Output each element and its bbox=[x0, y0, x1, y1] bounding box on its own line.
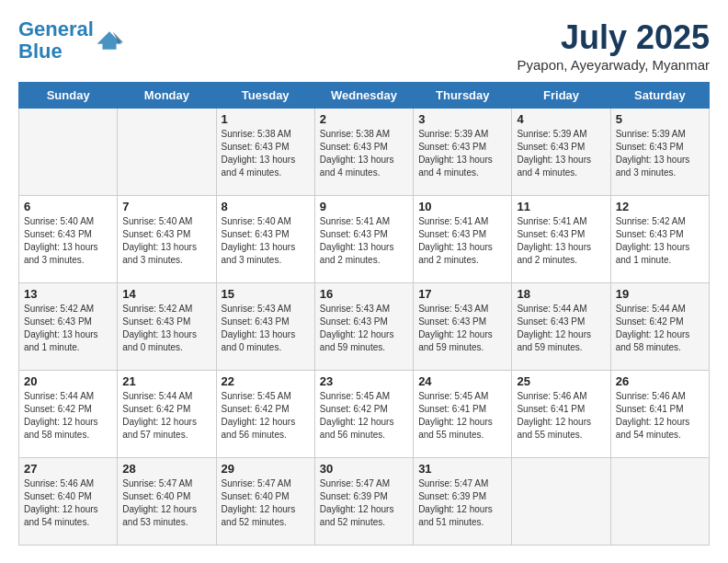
day-number: 19 bbox=[616, 287, 704, 301]
day-info: Sunrise: 5:41 AM Sunset: 6:43 PM Dayligh… bbox=[418, 215, 506, 267]
calendar-cell: 14Sunrise: 5:42 AM Sunset: 6:43 PM Dayli… bbox=[118, 283, 216, 371]
calendar-cell bbox=[19, 109, 118, 196]
week-row-3: 13Sunrise: 5:42 AM Sunset: 6:43 PM Dayli… bbox=[19, 283, 710, 371]
calendar-cell: 1Sunrise: 5:38 AM Sunset: 6:43 PM Daylig… bbox=[216, 109, 314, 196]
page-header: GeneralBlue July 2025 Pyapon, Ayeyarwady… bbox=[18, 18, 710, 73]
day-number: 16 bbox=[320, 287, 408, 301]
day-number: 9 bbox=[320, 200, 408, 213]
day-number: 12 bbox=[616, 200, 704, 213]
day-info: Sunrise: 5:39 AM Sunset: 6:43 PM Dayligh… bbox=[418, 128, 506, 179]
calendar-cell bbox=[118, 109, 216, 196]
day-number: 26 bbox=[616, 374, 704, 388]
day-info: Sunrise: 5:43 AM Sunset: 6:43 PM Dayligh… bbox=[222, 303, 310, 354]
day-info: Sunrise: 5:40 AM Sunset: 6:43 PM Dayligh… bbox=[24, 215, 112, 267]
day-number: 31 bbox=[418, 462, 506, 476]
day-info: Sunrise: 5:46 AM Sunset: 6:41 PM Dayligh… bbox=[616, 390, 704, 442]
calendar-cell: 21Sunrise: 5:44 AM Sunset: 6:42 PM Dayli… bbox=[118, 371, 216, 458]
day-number: 20 bbox=[24, 374, 112, 388]
day-info: Sunrise: 5:47 AM Sunset: 6:39 PM Dayligh… bbox=[418, 477, 506, 529]
day-number: 8 bbox=[222, 200, 310, 213]
day-number: 17 bbox=[418, 287, 506, 301]
calendar-cell: 13Sunrise: 5:42 AM Sunset: 6:43 PM Dayli… bbox=[19, 283, 118, 371]
day-info: Sunrise: 5:42 AM Sunset: 6:43 PM Dayligh… bbox=[122, 303, 210, 354]
day-info: Sunrise: 5:44 AM Sunset: 6:43 PM Dayligh… bbox=[517, 303, 605, 354]
day-info: Sunrise: 5:45 AM Sunset: 6:41 PM Dayligh… bbox=[418, 390, 506, 442]
header-cell-tuesday: Tuesday bbox=[216, 83, 314, 109]
day-info: Sunrise: 5:39 AM Sunset: 6:43 PM Dayligh… bbox=[517, 128, 605, 179]
calendar-cell: 31Sunrise: 5:47 AM Sunset: 6:39 PM Dayli… bbox=[414, 458, 512, 546]
week-row-2: 6Sunrise: 5:40 AM Sunset: 6:43 PM Daylig… bbox=[19, 196, 710, 283]
logo-icon bbox=[96, 27, 123, 54]
day-info: Sunrise: 5:43 AM Sunset: 6:43 PM Dayligh… bbox=[418, 303, 506, 354]
logo-text: GeneralBlue bbox=[18, 18, 94, 63]
logo: GeneralBlue bbox=[18, 18, 123, 63]
day-number: 4 bbox=[517, 112, 605, 126]
day-info: Sunrise: 5:47 AM Sunset: 6:39 PM Dayligh… bbox=[320, 477, 408, 529]
calendar-cell: 6Sunrise: 5:40 AM Sunset: 6:43 PM Daylig… bbox=[19, 196, 118, 283]
day-info: Sunrise: 5:47 AM Sunset: 6:40 PM Dayligh… bbox=[222, 477, 310, 529]
day-number: 24 bbox=[418, 374, 506, 388]
day-number: 2 bbox=[320, 112, 408, 126]
day-info: Sunrise: 5:42 AM Sunset: 6:43 PM Dayligh… bbox=[24, 303, 112, 354]
calendar-cell: 20Sunrise: 5:44 AM Sunset: 6:42 PM Dayli… bbox=[19, 371, 118, 458]
calendar-cell: 16Sunrise: 5:43 AM Sunset: 6:43 PM Dayli… bbox=[314, 283, 413, 371]
calendar-cell: 2Sunrise: 5:38 AM Sunset: 6:43 PM Daylig… bbox=[314, 109, 413, 196]
calendar-cell: 3Sunrise: 5:39 AM Sunset: 6:43 PM Daylig… bbox=[414, 109, 512, 196]
day-number: 22 bbox=[222, 374, 310, 388]
day-number: 5 bbox=[616, 112, 704, 126]
day-number: 15 bbox=[222, 287, 310, 301]
week-row-5: 27Sunrise: 5:46 AM Sunset: 6:40 PM Dayli… bbox=[19, 458, 710, 546]
day-number: 18 bbox=[517, 287, 605, 301]
day-number: 11 bbox=[517, 200, 605, 213]
calendar-cell: 11Sunrise: 5:41 AM Sunset: 6:43 PM Dayli… bbox=[512, 196, 610, 283]
day-info: Sunrise: 5:42 AM Sunset: 6:43 PM Dayligh… bbox=[616, 215, 704, 267]
calendar-cell: 28Sunrise: 5:47 AM Sunset: 6:40 PM Dayli… bbox=[118, 458, 216, 546]
calendar-cell: 25Sunrise: 5:46 AM Sunset: 6:41 PM Dayli… bbox=[512, 371, 610, 458]
calendar-cell: 5Sunrise: 5:39 AM Sunset: 6:43 PM Daylig… bbox=[610, 109, 709, 196]
day-number: 23 bbox=[320, 374, 408, 388]
calendar-cell: 10Sunrise: 5:41 AM Sunset: 6:43 PM Dayli… bbox=[414, 196, 512, 283]
day-info: Sunrise: 5:41 AM Sunset: 6:43 PM Dayligh… bbox=[320, 215, 408, 267]
header-cell-monday: Monday bbox=[118, 83, 216, 109]
month-title: July 2025 bbox=[517, 18, 710, 57]
calendar-cell: 9Sunrise: 5:41 AM Sunset: 6:43 PM Daylig… bbox=[314, 196, 413, 283]
day-info: Sunrise: 5:38 AM Sunset: 6:43 PM Dayligh… bbox=[320, 128, 408, 179]
calendar-cell: 24Sunrise: 5:45 AM Sunset: 6:41 PM Dayli… bbox=[414, 371, 512, 458]
day-info: Sunrise: 5:38 AM Sunset: 6:43 PM Dayligh… bbox=[222, 128, 310, 179]
day-info: Sunrise: 5:40 AM Sunset: 6:43 PM Dayligh… bbox=[122, 215, 210, 267]
day-info: Sunrise: 5:45 AM Sunset: 6:42 PM Dayligh… bbox=[320, 390, 408, 442]
calendar-cell: 15Sunrise: 5:43 AM Sunset: 6:43 PM Dayli… bbox=[216, 283, 314, 371]
header-cell-saturday: Saturday bbox=[610, 83, 709, 109]
day-number: 14 bbox=[122, 287, 210, 301]
calendar-cell bbox=[610, 458, 709, 546]
day-number: 6 bbox=[24, 200, 112, 213]
day-number: 29 bbox=[222, 462, 310, 476]
calendar-cell: 19Sunrise: 5:44 AM Sunset: 6:42 PM Dayli… bbox=[610, 283, 709, 371]
day-info: Sunrise: 5:39 AM Sunset: 6:43 PM Dayligh… bbox=[616, 128, 704, 179]
calendar-cell: 7Sunrise: 5:40 AM Sunset: 6:43 PM Daylig… bbox=[118, 196, 216, 283]
week-row-4: 20Sunrise: 5:44 AM Sunset: 6:42 PM Dayli… bbox=[19, 371, 710, 458]
day-info: Sunrise: 5:44 AM Sunset: 6:42 PM Dayligh… bbox=[616, 303, 704, 354]
calendar-cell: 26Sunrise: 5:46 AM Sunset: 6:41 PM Dayli… bbox=[610, 371, 709, 458]
day-info: Sunrise: 5:40 AM Sunset: 6:43 PM Dayligh… bbox=[222, 215, 310, 267]
title-block: July 2025 Pyapon, Ayeyarwady, Myanmar bbox=[517, 18, 710, 73]
day-number: 3 bbox=[418, 112, 506, 126]
day-number: 21 bbox=[122, 374, 210, 388]
day-number: 27 bbox=[24, 462, 112, 476]
day-number: 7 bbox=[122, 200, 210, 213]
day-number: 13 bbox=[24, 287, 112, 301]
day-number: 10 bbox=[418, 200, 506, 213]
header-cell-sunday: Sunday bbox=[19, 83, 118, 109]
week-row-1: 1Sunrise: 5:38 AM Sunset: 6:43 PM Daylig… bbox=[19, 109, 710, 196]
calendar-cell: 30Sunrise: 5:47 AM Sunset: 6:39 PM Dayli… bbox=[314, 458, 413, 546]
day-info: Sunrise: 5:41 AM Sunset: 6:43 PM Dayligh… bbox=[517, 215, 605, 267]
day-number: 25 bbox=[517, 374, 605, 388]
day-info: Sunrise: 5:44 AM Sunset: 6:42 PM Dayligh… bbox=[24, 390, 112, 442]
location: Pyapon, Ayeyarwady, Myanmar bbox=[517, 57, 710, 73]
header-row: SundayMondayTuesdayWednesdayThursdayFrid… bbox=[19, 83, 710, 109]
calendar-cell: 8Sunrise: 5:40 AM Sunset: 6:43 PM Daylig… bbox=[216, 196, 314, 283]
day-info: Sunrise: 5:44 AM Sunset: 6:42 PM Dayligh… bbox=[122, 390, 210, 442]
calendar-cell: 27Sunrise: 5:46 AM Sunset: 6:40 PM Dayli… bbox=[19, 458, 118, 546]
day-info: Sunrise: 5:45 AM Sunset: 6:42 PM Dayligh… bbox=[222, 390, 310, 442]
header-cell-wednesday: Wednesday bbox=[314, 83, 413, 109]
